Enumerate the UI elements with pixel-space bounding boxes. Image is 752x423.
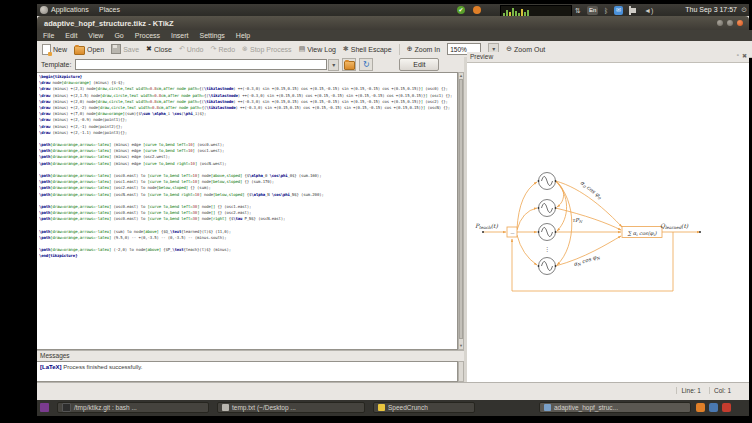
taskbar-tray [696,403,731,412]
alpha0-label: α0 cos φ0 [579,179,604,201]
keyboard-layout-indicator[interactable]: En [587,6,598,15]
places-menu[interactable]: Places [99,6,120,13]
tikz-diagram: − ∑ αi cos(φi) [467,63,749,363]
messaging-icon[interactable]: ✉ [614,6,623,15]
menu-edit[interactable]: Edit [65,32,77,39]
distributor-logo-icon[interactable] [40,6,48,14]
preview-canvas: − ∑ αi cos(φi) [467,63,749,382]
toolbar-separator [399,44,400,55]
ktikz-icon [544,404,551,411]
close-file-button[interactable]: ✖Close [146,45,172,53]
network-icon[interactable]: ⇅ [575,6,581,15]
menu-help[interactable]: Help [236,32,250,39]
template-dropdown[interactable]: ▾ [328,59,339,71]
terminal-icon [62,403,71,412]
calculator-icon [378,404,385,411]
bottom-taskbar: /tmp/ktikz.git : bash ... temp.txt (~/De… [37,400,749,416]
template-open-button[interactable] [342,58,356,71]
tray-orange-icon[interactable] [696,403,705,412]
template-reload-button[interactable]: ↻ [359,58,373,71]
view-log-button[interactable]: ▤View Log [299,45,336,53]
save-button[interactable]: Save [111,44,139,54]
open-folder-icon [74,46,85,55]
q-learned-label: Qlearned(t) [660,222,689,230]
desktop-top-panel: Applications Places ✔ ⇅ En ᛒ ✉ ◄) Thu Se… [37,4,749,16]
template-row: Template: ▾ ↻ Edit [37,57,464,72]
window-title: adaptive_hopf_structure.tikz - KTikZ [44,19,173,28]
shell-escape-button[interactable]: ✱Shell Escape [343,45,392,53]
menu-file[interactable]: File [43,32,54,39]
zoom-in-icon: ⊕ [407,45,413,53]
bluetooth-icon[interactable]: ᛒ [604,6,608,15]
dock-float-icon[interactable]: ▫ [737,52,739,59]
template-edit-button[interactable]: Edit [399,58,439,71]
taskbar-window-speedcrunch[interactable]: SpeedCrunch [373,402,475,413]
taskbar-window-terminal[interactable]: /tmp/ktikz.git : bash ... [57,402,209,413]
update-check-icon[interactable]: ✔ [457,6,465,14]
sum-node: ∑ αi cos(φi) [622,227,662,238]
redo-button[interactable]: ↷Redo [211,45,236,53]
undo-icon: ↶ [179,45,185,53]
session-power-icon[interactable]: ⊙ [741,6,747,14]
scroll-down-icon[interactable]: ▼ [459,343,463,349]
menu-process[interactable]: Process [135,32,160,39]
new-button[interactable]: New [42,44,67,55]
desktop: Applications Places ✔ ⇅ En ᛒ ✉ ◄) Thu Se… [37,4,749,416]
messages-title: Messages [40,352,70,359]
close-file-icon: ✖ [146,45,152,53]
tray-blue-icon[interactable] [709,403,718,412]
close-button[interactable] [737,20,743,26]
zoom-in-button[interactable]: ⊕Zoom In [407,45,441,53]
preview-dock: Preview ▫ ✖ [467,52,749,382]
new-document-icon [42,44,51,55]
volume-icon[interactable]: ◄) [644,6,653,15]
minus-label: − [509,229,514,236]
stop-process-button[interactable]: ⊗Stop Process [242,45,292,53]
p-teach-label: Pteach(t) [475,222,499,230]
applications-menu[interactable]: Applications [51,6,89,13]
screenshot-root: Applications Places ✔ ⇅ En ᛒ ✉ ◄) Thu Se… [0,0,752,423]
maximize-button[interactable] [727,20,733,26]
log-text: Process finished successfully. [62,364,143,370]
messages-scrollbar[interactable] [458,361,464,382]
refresh-icon: ↻ [363,61,370,69]
redo-icon: ↷ [211,45,217,53]
template-label: Template: [41,61,71,68]
view-log-icon: ▤ [299,45,306,53]
code-editor[interactable]: \begin{tikzpicture}\draw node[draw=orang… [37,72,458,350]
menu-go[interactable]: Go [114,32,123,39]
shell-escape-icon: ✱ [343,45,349,53]
battery-icon[interactable] [629,6,631,15]
vertical-dots-label: ⋮ [544,245,550,252]
minimize-button[interactable] [717,20,723,26]
preview-title: Preview [470,53,493,60]
menubar: File Edit View Go Process Insert Setting… [37,30,752,41]
status-line-indicator: Line: 1 [676,387,705,394]
text-editor-icon [222,404,229,411]
oscillator-nodes [539,173,556,275]
taskbar-window-textfile[interactable]: temp.txt (~/Desktop ... [217,402,365,413]
taskbar-window-ktikz[interactable]: adaptive_hopf_struc... [539,402,691,413]
open-button[interactable]: Open [74,44,104,55]
code-line: \end{tikzpicture} [39,253,457,259]
template-input[interactable] [75,59,327,70]
editor-scrollbar-thumb[interactable] [459,79,463,339]
statusbar: Line: 1 Col: 1 [37,382,749,401]
status-col-indicator: Col: 1 [709,387,735,394]
clock[interactable]: Thu Sep 3 17:57 [685,6,737,13]
log-prefix: [LaTeX] [40,364,62,370]
ubuntu-one-icon[interactable] [473,6,481,14]
menu-settings[interactable]: Settings [200,32,225,39]
show-desktop-icon[interactable] [40,403,49,412]
undo-button[interactable]: ↶Undo [179,45,204,53]
minus-node: − [507,227,517,237]
menu-insert[interactable]: Insert [171,32,189,39]
alphaN-label: αN cos φN [573,253,602,269]
menu-view[interactable]: View [88,32,103,39]
tau-pn-label: τPN [572,217,583,224]
folder-icon [344,61,355,70]
dock-close-icon[interactable]: ✖ [742,52,747,59]
stop-process-icon: ⊗ [242,45,248,53]
tray-red-icon[interactable] [722,403,731,412]
window-titlebar[interactable]: adaptive_hopf_structure.tikz - KTikZ [37,16,749,31]
